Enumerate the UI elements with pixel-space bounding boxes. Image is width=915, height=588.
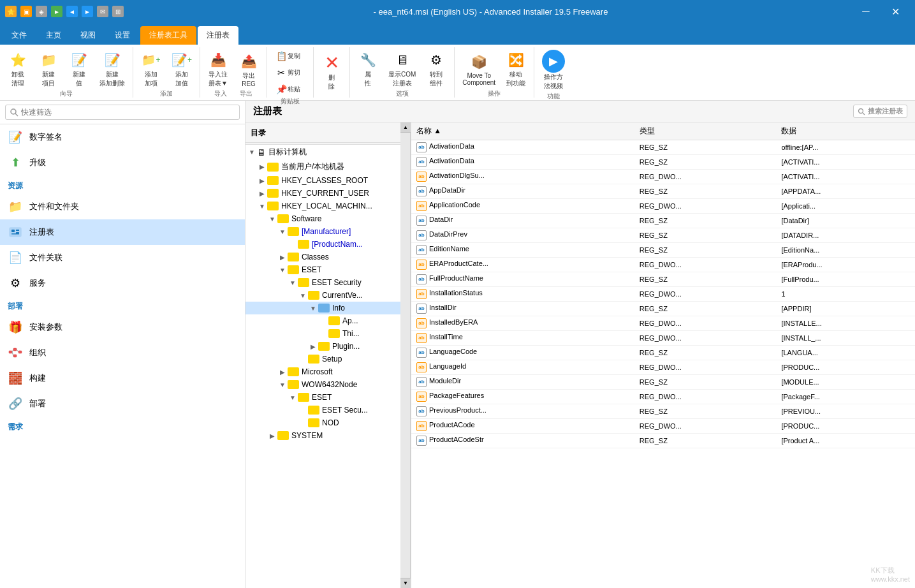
folder-icon [328,329,340,338]
tree-item-info[interactable]: ▼ Info [245,302,400,314]
tree-item-eset-secu[interactable]: ESET Secu... [245,404,400,416]
nav-item-install-params[interactable]: 🎁 安装参数 [0,314,245,340]
nav-item-digital-signature[interactable]: 📝 数字签名 [0,124,245,150]
tree-item-classes-root[interactable]: ▶ HKEY_CLASSES_ROOT [245,174,400,187]
menu-home[interactable]: 主页 [37,26,70,45]
tree-item-current-user[interactable]: ▶ 当前用户/本地机器 [245,159,400,174]
tree-item-microsoft[interactable]: ▶ Microsoft [245,365,400,378]
nav-item-organization[interactable]: 组织 [0,340,245,365]
table-row[interactable]: abInstallTime REG_DWO... [INSTALL_... [411,331,915,346]
table-row[interactable]: abDataDirPrev REG_SZ [DATADIR... [411,228,915,243]
tree-item-eset-wow[interactable]: ▼ ESET [245,391,400,404]
sidebar: 📝 数字签名 ⬆ 升级 资源 📁 文件和文件夹 [0,101,245,588]
window-controls[interactable]: ─ ✕ [851,0,910,23]
tree-item-ap[interactable]: Ap... [245,314,400,327]
tree-item-currentversion[interactable]: ▼ CurrentVe... [245,289,400,302]
table-row[interactable]: abAppDataDir REG_SZ [APPDATA... [411,184,915,199]
minimize-button[interactable]: ─ [851,0,881,23]
nav-item-registry[interactable]: 注册表 [0,219,245,245]
registry-search-box[interactable]: 搜索注册表 [853,105,907,118]
folder-icon [298,240,309,249]
table-row[interactable]: abModuleDir REG_SZ [MODULE... [411,375,915,390]
export-reg-button[interactable]: 📤 导出REG [235,50,263,89]
tree-item-system[interactable]: ▶ SYSTEM [245,429,400,442]
app-icon-6: ► [82,6,93,17]
table-row[interactable]: abDataDir REG_SZ [DataDir] [411,214,915,228]
nav-item-file-assoc[interactable]: 📄 文件关联 [0,245,245,270]
table-row[interactable]: abActivationData REG_SZ [ACTIVATI... [411,155,915,170]
move-to-component-button[interactable]: 📦 Move ToComponent [458,50,499,87]
scroll-down-button[interactable]: ▼ [400,578,411,588]
goto-component-button[interactable]: ⚙ 转到组件 [422,48,450,89]
tree-item-current-user-hk[interactable]: ▶ HKEY_CURRENT_USER [245,187,400,200]
import-registry-button[interactable]: 📥 导入注册表▼ [204,48,232,89]
tree-item-software[interactable]: ▼ Software [245,212,400,225]
delete-button[interactable]: ✕ 删除 [318,52,346,92]
scroll-up-button[interactable]: ▲ [400,122,411,133]
uninstall-clean-button[interactable]: ⭐ 卸载清理 [4,48,32,89]
cell-type: REG_DWO... [634,419,777,434]
table-row[interactable]: abPreviousProduct... REG_SZ [PREVIOU... [411,404,915,419]
toolbar-group-import: 📥 导入注册表▼ 📤 导出REG 导入 导出 [200,47,267,98]
table-row[interactable]: abActivationDlgSu... REG_DWO... [ACTIVAT… [411,170,915,184]
add-item-button[interactable]: 📁+ 添加加项 [137,48,165,89]
nav-item-deploy[interactable]: 🔗 部署 [0,391,245,416]
quick-filter-input[interactable] [5,105,240,120]
table-row[interactable]: abApplicationCode REG_DWO... [Applicati.… [411,199,915,214]
menu-file[interactable]: 文件 [3,26,36,45]
tree-item-target-computer[interactable]: ▼ 🖥 目标计算机 [245,145,400,159]
table-row[interactable]: abERAProductCate... REG_DWO... [ERAProdu… [411,258,915,272]
show-com-icon: 🖥 [392,50,413,70]
tree-item-eset[interactable]: ▼ ESET [245,263,400,276]
new-value-button[interactable]: 📝 新建值 [65,48,93,89]
table-row[interactable]: abLanguageCode REG_SZ [LANGUA... [411,346,915,360]
tree-item-wow6432[interactable]: ▼ WOW6432Node [245,378,400,391]
tree-item-plugin[interactable]: ▶ Plugin... [245,340,400,353]
tree-item-nod[interactable]: NOD [245,416,400,429]
table-row[interactable]: abProductACode REG_DWO... [PRODUC... [411,419,915,434]
toggle-icon: ▼ [288,279,298,286]
menu-view[interactable]: 视图 [71,26,105,45]
new-item-button[interactable]: 📁 新建项目 [34,48,62,89]
toggle-icon: ▶ [308,343,318,350]
move-to-feature-button[interactable]: 🔀 移动到功能 [502,48,530,89]
table-row[interactable]: abInstallDir REG_SZ [APPDIR] [411,302,915,316]
cut-button[interactable]: ✂ 剪切 [271,65,309,80]
table-row[interactable]: abProductACodeStr REG_SZ [Product A... [411,434,915,448]
tree-item-thi[interactable]: Thi... [245,327,400,340]
operations-label: 操作 [488,89,501,99]
close-button[interactable]: ✕ [881,0,910,23]
nav-item-files-folders[interactable]: 📁 文件和文件夹 [0,194,245,219]
new-add-remove-button[interactable]: 📝 新建添加删除 [96,48,129,89]
howto-video-button[interactable]: ▶ 操作方法视频 [538,48,569,92]
show-com-button[interactable]: 🖥 显示COM注册表 [384,48,420,89]
menu-settings[interactable]: 设置 [106,26,139,45]
tree-item-setup[interactable]: Setup [245,353,400,365]
copy-button[interactable]: 📋 复制 [271,48,309,64]
table-row[interactable]: abEditionName REG_SZ [EditionNa... [411,243,915,258]
menu-registry[interactable]: 注册表 [198,26,238,45]
nav-item-upgrade[interactable]: ⬆ 升级 [0,150,245,175]
nav-item-build[interactable]: 🧱 构建 [0,365,245,391]
toggle-icon: ▼ [277,381,288,388]
menu-registry-tools[interactable]: 注册表工具 [140,26,196,45]
tree-scrollbar[interactable]: ▲ ▼ [400,122,411,588]
nav-item-services[interactable]: ⚙ 服务 [0,270,245,296]
table-row[interactable]: abFullProductName REG_SZ [FullProdu... [411,272,915,287]
cell-type: REG_SZ [634,140,777,155]
table-row[interactable]: abInstalledByERA REG_DWO... [INSTALLE... [411,316,915,331]
tree-item-local-machine[interactable]: ▼ HKEY_LOCAL_MACHIN... [245,200,400,212]
tree-item-productname[interactable]: [ProductNam... [245,238,400,251]
properties-button[interactable]: 🔧 属性 [354,48,382,89]
tree-item-classes[interactable]: ▶ Classes [245,251,400,263]
table-row[interactable]: abLanguageId REG_DWO... [PRODUC... [411,360,915,375]
table-row[interactable]: abPackageFeatures REG_DWO... [PackageF..… [411,390,915,404]
table-row[interactable]: abActivationData REG_SZ offline:[AP... [411,140,915,155]
title-bar-icons: ⭐ ▣ ◈ ► ◄ ► ✉ ⊞ [5,6,124,17]
tree-item-manufacturer[interactable]: ▼ [Manufacturer] [245,225,400,238]
tree-item-eset-security[interactable]: ▼ ESET Security [245,276,400,289]
toolbar-group-operations: 📦 Move ToComponent 🔀 移动到功能 操作 [455,47,534,98]
add-value-button[interactable]: 📝+ 添加加值 [168,48,196,89]
paste-button[interactable]: 📌 粘贴 [271,82,309,97]
table-row[interactable]: abInstallationStatus REG_DWO... 1 [411,287,915,302]
